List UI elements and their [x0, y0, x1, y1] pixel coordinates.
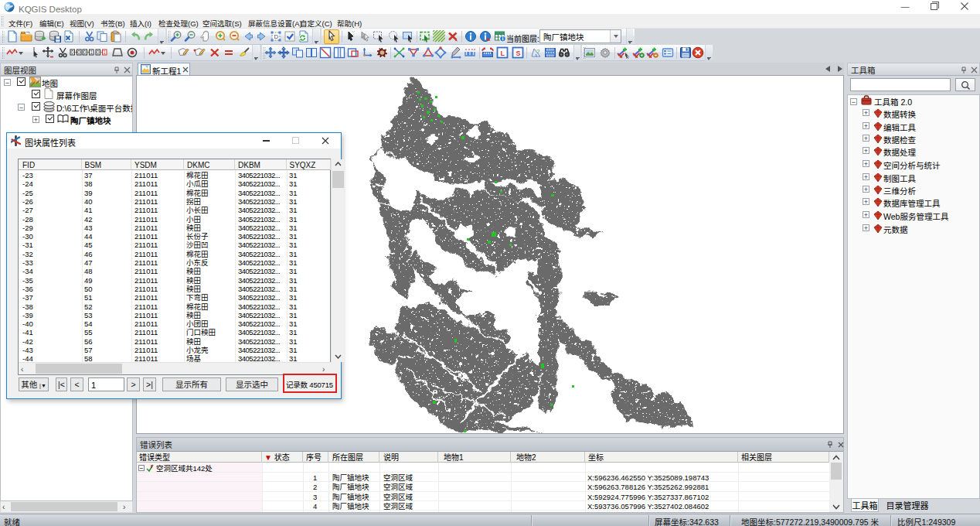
- svg-text:0: 0: [77, 48, 80, 56]
- svg-text:0: 0: [97, 48, 100, 56]
- svg-text:S: S: [516, 48, 521, 58]
- svg-text:R: R: [626, 54, 629, 60]
- svg-text:?: ?: [536, 46, 540, 55]
- svg-text:0: 0: [83, 48, 87, 56]
- svg-text:L: L: [501, 48, 505, 58]
- svg-text:0: 0: [71, 48, 74, 56]
- svg-text:D: D: [274, 32, 279, 40]
- svg-text:1: 1: [90, 48, 93, 56]
- svg-text:1: 1: [103, 48, 106, 56]
